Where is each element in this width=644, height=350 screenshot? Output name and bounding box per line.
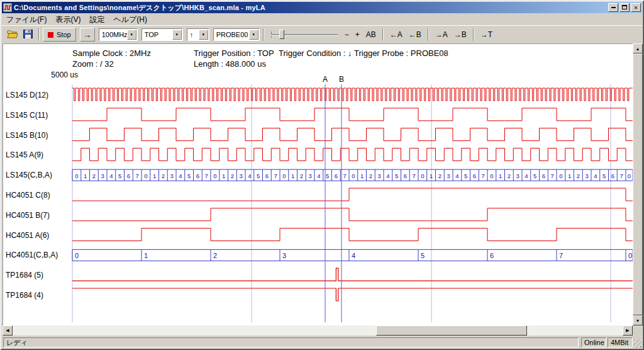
toolbar-separator xyxy=(263,28,264,41)
resize-grip[interactable] xyxy=(633,339,641,347)
vertical-scroll-thumb[interactable] xyxy=(633,54,643,315)
toolbar-separator xyxy=(38,28,40,41)
channel-label-ls145-b-10: LS145 B(10) xyxy=(6,131,69,140)
trigger-position-text: Trigger Position : TOP xyxy=(194,48,274,58)
channel-label-hc4051-c-8: HC4051 C(8) xyxy=(6,191,69,200)
save-button[interactable] xyxy=(20,28,35,42)
goto-marker-a-left-button[interactable]: ←A xyxy=(387,28,406,41)
scroll-left-button[interactable]: ◀ xyxy=(3,325,13,336)
scroll-right-icon: ▶ xyxy=(626,328,629,333)
channel-label-ls145-a-9: LS145 A(9) xyxy=(6,150,69,159)
scroll-up-button[interactable]: ▲ xyxy=(633,43,643,54)
trigger-condition-text: Trigger Condition : ↓ xyxy=(279,48,352,58)
status-online-badge: Online xyxy=(581,337,606,347)
menubar: ファイル(F) 表示(V) 設定 ヘルプ(H) xyxy=(2,14,642,25)
toolbar-separator xyxy=(473,28,474,41)
horizontal-scrollbar[interactable]: ◀ ▶ xyxy=(3,325,633,336)
channel-label-hc4051-c-b-a: HC4051(C,B,A) xyxy=(6,251,69,259)
channel-label-hc4051-b-7: HC4051 B(7) xyxy=(6,211,69,220)
run-button[interactable]: → xyxy=(80,28,95,42)
waveform-canvas[interactable] xyxy=(3,43,633,325)
run-arrow-icon: → xyxy=(83,30,91,40)
channel-label-ls145-c-b-a: LS145(C,B,A) xyxy=(6,171,69,179)
length-text: Length : 488.000 us xyxy=(194,59,266,69)
combo-trigger-position[interactable]: TOP ▼ xyxy=(142,28,183,41)
zoom-text: Zoom : / 32 xyxy=(72,59,114,69)
minimize-button[interactable] xyxy=(608,3,618,12)
folder-open-icon xyxy=(7,30,18,40)
scroll-left-icon: ◀ xyxy=(6,328,9,333)
maximize-icon xyxy=(622,5,627,9)
scroll-right-button[interactable]: ▶ xyxy=(623,325,633,336)
stop-label: Stop xyxy=(57,31,71,38)
goto-trigger-button[interactable]: →T xyxy=(477,28,496,41)
close-button[interactable]: × xyxy=(631,3,641,12)
timebase-label: 5000 us xyxy=(35,71,78,79)
goto-marker-b-left-button[interactable]: ←B xyxy=(406,28,425,41)
menu-view[interactable]: 表示(V) xyxy=(51,14,85,26)
scroll-down-button[interactable]: ▼ xyxy=(633,315,643,325)
sample-clock-text: Sample Clock : 2MHz xyxy=(72,48,151,58)
chevron-down-icon[interactable]: ▼ xyxy=(199,30,208,40)
maximize-button[interactable] xyxy=(619,3,630,12)
combo-trigger-edge[interactable]: ↑ ▼ xyxy=(187,28,209,41)
vertical-scrollbar[interactable]: ▲ ▼ xyxy=(633,43,643,325)
app-icon xyxy=(3,3,12,12)
open-file-button[interactable] xyxy=(5,28,20,42)
channel-label-ls145-c-11: LS145 C(11) xyxy=(6,111,69,120)
minimize-icon xyxy=(611,7,616,8)
scrollbar-corner xyxy=(633,325,643,336)
combo-trigger-probe-value: PROBE00 xyxy=(214,31,249,38)
floppy-disk-icon xyxy=(23,30,33,40)
ab-span-button[interactable]: AB xyxy=(363,28,379,41)
scroll-up-icon: ▲ xyxy=(636,47,640,51)
combo-sample-clock[interactable]: 100MHz ▼ xyxy=(99,28,138,41)
menu-settings[interactable]: 設定 xyxy=(85,14,109,26)
titlebar: C:\Documents and Settings\noname\デスクトップ\… xyxy=(2,2,642,13)
zoom-slider[interactable] xyxy=(271,28,338,41)
channel-label-hc4051-a-6: HC4051 A(6) xyxy=(6,231,69,240)
trigger-probe-text: Trigger Probe : PROBE08 xyxy=(354,48,448,58)
window-title: C:\Documents and Settings\noname\デスクトップ\… xyxy=(14,3,606,13)
zoom-in-button[interactable]: + xyxy=(352,28,363,41)
scroll-down-icon: ▼ xyxy=(636,319,640,323)
zoom-slider-thumb[interactable] xyxy=(279,30,284,39)
stop-icon xyxy=(48,32,53,38)
channel-label-ls145-d-12: LS145 D(12) xyxy=(6,91,69,99)
toolbar-separator xyxy=(428,28,429,41)
combo-sample-clock-value: 100MHz xyxy=(99,31,127,38)
stop-button[interactable]: Stop xyxy=(43,28,76,42)
menu-file[interactable]: ファイル(F) xyxy=(2,14,51,26)
combo-trigger-probe[interactable]: PROBE00 ▼ xyxy=(213,28,260,41)
status-memory-badge: 4MBit xyxy=(608,337,633,347)
toolbar-separator xyxy=(382,28,384,41)
status-ready: レディ xyxy=(3,337,579,347)
chevron-down-icon[interactable]: ▼ xyxy=(127,30,136,40)
goto-marker-a-right-button[interactable]: →A xyxy=(432,28,451,41)
chevron-down-icon[interactable]: ▼ xyxy=(249,30,258,40)
combo-trigger-edge-value: ↑ xyxy=(187,31,199,38)
chevron-down-icon[interactable]: ▼ xyxy=(172,30,182,40)
zoom-out-button[interactable]: − xyxy=(341,28,352,41)
statusbar: レディ Online 4MBit xyxy=(2,337,642,348)
goto-marker-b-right-button[interactable]: →B xyxy=(451,28,470,41)
channel-label-tp1684-4: TP1684 (4) xyxy=(6,291,69,300)
app-window: C:\Documents and Settings\noname\デスクトップ\… xyxy=(0,0,644,350)
toolbar: Stop → 100MHz ▼ TOP ▼ ↑ ▼ PROBE00 ▼ − + … xyxy=(2,25,642,43)
horizontal-scroll-thumb[interactable] xyxy=(376,325,527,336)
combo-trigger-position-value: TOP xyxy=(142,31,172,38)
channel-label-tp1684-5: TP1684 (5) xyxy=(6,271,69,279)
menu-help[interactable]: ヘルプ(H) xyxy=(109,14,152,26)
